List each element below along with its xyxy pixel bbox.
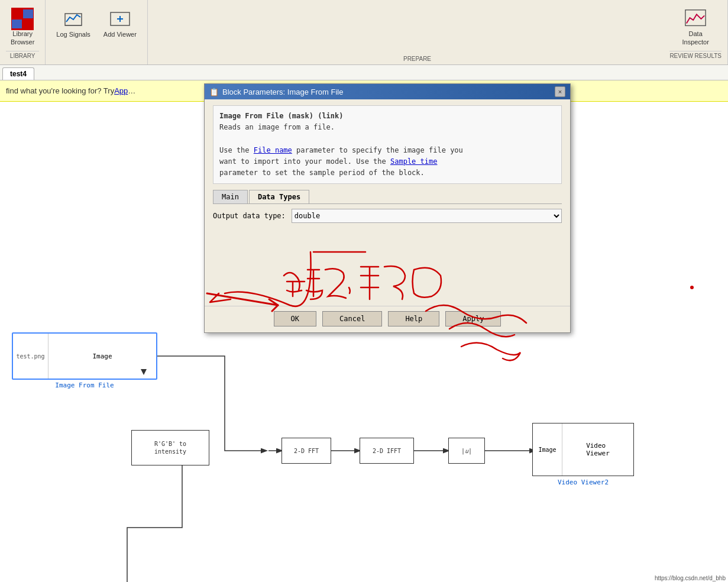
prepare-section-label: PREPARE bbox=[53, 56, 728, 62]
desc-line5: parameter to set the sample period of th… bbox=[219, 167, 555, 179]
tab-test4[interactable]: test4 bbox=[2, 67, 34, 80]
desc-line2: Reads an image from a file. bbox=[219, 122, 555, 133]
dialog-tab-main[interactable]: Main bbox=[213, 190, 248, 203]
desc-line3: Use the File name parameter to specify t… bbox=[219, 145, 555, 156]
dialog-titlebar: 📋 Block Parameters: Image From File × bbox=[205, 84, 570, 99]
log-signals-button[interactable]: Log Signals bbox=[51, 6, 95, 41]
dialog-title-text: Block Parameters: Image From File bbox=[222, 88, 343, 96]
library-browser-button[interactable]: LibraryBrowser bbox=[6, 5, 39, 48]
data-inspector-icon bbox=[684, 8, 707, 30]
desc-line1: Image From File (mask) (link) bbox=[219, 112, 344, 120]
add-viewer-button[interactable]: Add Viewer bbox=[99, 6, 141, 41]
prepare-section: Log Signals Add Viewer PREPARE bbox=[46, 0, 148, 64]
ok-button[interactable]: OK bbox=[274, 311, 316, 326]
dialog-body: Image From File (mask) (link) Reads an i… bbox=[205, 99, 570, 306]
dialog-footer: OK Cancel Help Apply bbox=[205, 306, 570, 332]
desc-line4: want to import into your model. Use the … bbox=[219, 156, 555, 167]
canvas-area: find what you're looking for? Try App … bbox=[0, 80, 728, 582]
dialog-field-row: Output data type: double single uint8 ui… bbox=[213, 209, 562, 223]
help-button[interactable]: Help bbox=[388, 311, 439, 326]
apply-button[interactable]: Apply bbox=[445, 311, 501, 326]
data-inspector-label: DataInspector bbox=[682, 30, 709, 46]
dialog-title-icon: 📋 bbox=[209, 88, 219, 96]
dialog-tab-datatypes[interactable]: Data Types bbox=[249, 190, 309, 203]
dialog-tabs: Main Data Types bbox=[213, 190, 562, 204]
field-label: Output data type: bbox=[213, 212, 286, 220]
dialog-description: Image From File (mask) (link) Reads an i… bbox=[213, 105, 562, 184]
library-browser-section: LibraryBrowser LIBRARY bbox=[0, 0, 46, 64]
dialog-overlay: 📋 Block Parameters: Image From File × Im… bbox=[0, 80, 728, 582]
dialog-title-left: 📋 Block Parameters: Image From File bbox=[209, 88, 343, 96]
library-browser-label: LibraryBrowser bbox=[11, 30, 34, 46]
data-inspector-section: DataInspector REVIEW RESULTS bbox=[664, 0, 728, 64]
tabbar: test4 bbox=[0, 65, 728, 80]
log-signals-icon bbox=[62, 8, 85, 31]
block-params-dialog: 📋 Block Parameters: Image From File × Im… bbox=[204, 83, 571, 333]
toolbar: LibraryBrowser LIBRARY Log Signals bbox=[0, 0, 728, 65]
dialog-spacer bbox=[213, 229, 562, 300]
toolbar-spacer bbox=[148, 0, 664, 64]
library-browser-icon bbox=[11, 8, 34, 30]
dialog-close-button[interactable]: × bbox=[555, 86, 565, 97]
library-section-label: LIBRARY bbox=[6, 51, 39, 59]
output-data-type-select[interactable]: double single uint8 uint16 bbox=[292, 209, 562, 223]
log-signals-label: Log Signals bbox=[56, 31, 90, 38]
data-inspector-button[interactable]: DataInspector bbox=[678, 5, 714, 48]
add-viewer-icon bbox=[109, 8, 131, 31]
cancel-button[interactable]: Cancel bbox=[322, 311, 382, 326]
add-viewer-label: Add Viewer bbox=[103, 31, 137, 38]
